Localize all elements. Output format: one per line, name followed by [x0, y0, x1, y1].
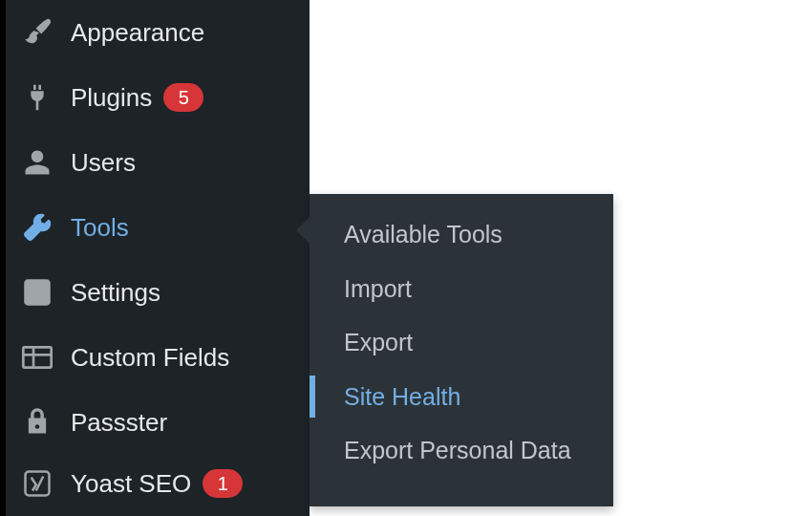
sidebar-item-plugins[interactable]: Plugins 5	[6, 65, 310, 130]
svg-point-1	[32, 287, 35, 290]
sidebar-item-settings[interactable]: Settings	[6, 260, 310, 325]
layout-grid-icon	[19, 339, 55, 376]
sliders-icon	[19, 274, 55, 311]
submenu-item-export[interactable]: Export	[310, 315, 613, 370]
submenu-item-import[interactable]: Import	[310, 262, 613, 316]
sidebar-item-users[interactable]: Users	[6, 130, 310, 195]
sidebar-item-appearance[interactable]: Appearance	[6, 0, 310, 65]
user-icon	[19, 144, 55, 181]
update-badge: 5	[163, 83, 203, 112]
admin-menu: Appearance Plugins 5 Users	[6, 0, 310, 512]
sidebar-item-label: Passster	[71, 408, 167, 438]
sidebar-item-custom-fields[interactable]: Custom Fields	[6, 325, 310, 390]
submenu-item-export-personal-data[interactable]: Export Personal Data	[310, 423, 613, 478]
submenu-item-available-tools[interactable]: Available Tools	[310, 207, 613, 262]
svg-rect-0	[27, 282, 49, 304]
submenu-item-label: Import	[344, 273, 412, 305]
tools-submenu: Available Tools Import Export Site Healt…	[310, 194, 613, 506]
svg-point-2	[39, 294, 43, 298]
submenu-item-label: Site Health	[344, 381, 460, 413]
sidebar-item-passster[interactable]: Passster	[6, 390, 310, 455]
sidebar-item-label: Yoast SEO	[71, 469, 191, 499]
submenu-pointer	[296, 217, 310, 244]
sidebar-item-label: Appearance	[71, 18, 204, 48]
sidebar-item-label: Plugins	[71, 83, 152, 113]
svg-rect-3	[23, 347, 51, 367]
submenu-item-label: Available Tools	[344, 219, 502, 250]
sidebar-item-yoast-seo[interactable]: Yoast SEO 1	[6, 455, 310, 512]
admin-sidebar: Appearance Plugins 5 Users	[0, 0, 310, 516]
submenu-item-label: Export	[344, 327, 413, 358]
submenu-item-site-health[interactable]: Site Health	[310, 370, 613, 424]
wrench-icon	[19, 209, 55, 246]
sidebar-item-label: Users	[71, 148, 136, 178]
lock-icon	[19, 404, 55, 441]
submenu-item-label: Export Personal Data	[344, 435, 571, 466]
plug-icon	[19, 79, 55, 116]
sidebar-item-label: Tools	[71, 213, 129, 243]
yoast-icon	[19, 465, 55, 502]
sidebar-item-label: Custom Fields	[71, 343, 229, 373]
sidebar-item-label: Settings	[71, 278, 160, 308]
svg-rect-6	[26, 472, 50, 496]
sidebar-item-tools[interactable]: Tools	[6, 195, 310, 260]
paintbrush-icon	[19, 14, 55, 51]
update-badge: 1	[203, 469, 243, 498]
